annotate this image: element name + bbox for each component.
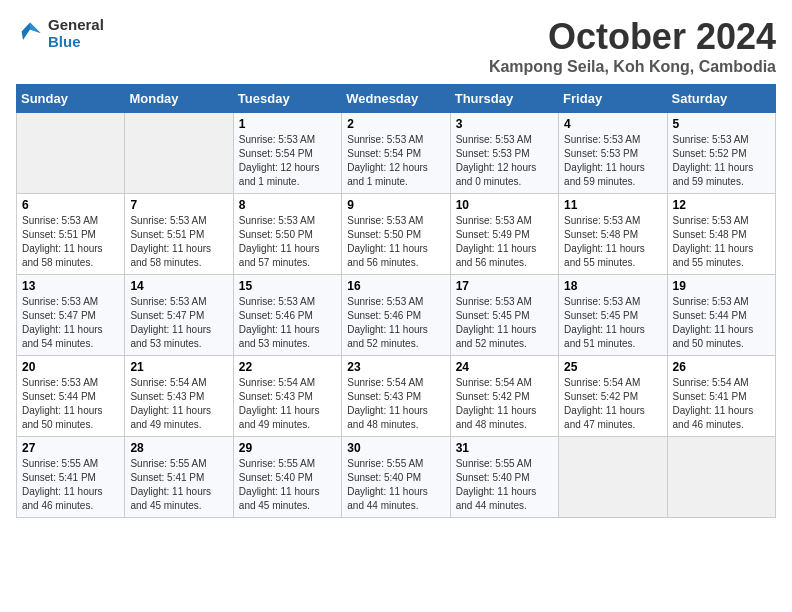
day-number: 28 bbox=[130, 441, 227, 455]
calendar-table: SundayMondayTuesdayWednesdayThursdayFrid… bbox=[16, 84, 776, 518]
day-detail: Sunrise: 5:54 AM Sunset: 5:43 PM Dayligh… bbox=[130, 376, 227, 432]
day-detail: Sunrise: 5:54 AM Sunset: 5:43 PM Dayligh… bbox=[347, 376, 444, 432]
day-number: 7 bbox=[130, 198, 227, 212]
calendar-cell: 14Sunrise: 5:53 AM Sunset: 5:47 PM Dayli… bbox=[125, 275, 233, 356]
day-detail: Sunrise: 5:53 AM Sunset: 5:47 PM Dayligh… bbox=[130, 295, 227, 351]
calendar-cell: 1Sunrise: 5:53 AM Sunset: 5:54 PM Daylig… bbox=[233, 113, 341, 194]
logo-icon bbox=[16, 19, 44, 47]
day-detail: Sunrise: 5:53 AM Sunset: 5:49 PM Dayligh… bbox=[456, 214, 553, 270]
day-detail: Sunrise: 5:53 AM Sunset: 5:46 PM Dayligh… bbox=[347, 295, 444, 351]
calendar-cell: 24Sunrise: 5:54 AM Sunset: 5:42 PM Dayli… bbox=[450, 356, 558, 437]
day-number: 17 bbox=[456, 279, 553, 293]
day-number: 11 bbox=[564, 198, 661, 212]
day-number: 30 bbox=[347, 441, 444, 455]
calendar-cell: 31Sunrise: 5:55 AM Sunset: 5:40 PM Dayli… bbox=[450, 437, 558, 518]
week-row-3: 13Sunrise: 5:53 AM Sunset: 5:47 PM Dayli… bbox=[17, 275, 776, 356]
day-number: 20 bbox=[22, 360, 119, 374]
day-number: 22 bbox=[239, 360, 336, 374]
calendar-cell: 11Sunrise: 5:53 AM Sunset: 5:48 PM Dayli… bbox=[559, 194, 667, 275]
day-detail: Sunrise: 5:53 AM Sunset: 5:45 PM Dayligh… bbox=[564, 295, 661, 351]
calendar-cell: 6Sunrise: 5:53 AM Sunset: 5:51 PM Daylig… bbox=[17, 194, 125, 275]
calendar-cell: 9Sunrise: 5:53 AM Sunset: 5:50 PM Daylig… bbox=[342, 194, 450, 275]
day-number: 18 bbox=[564, 279, 661, 293]
calendar-cell: 26Sunrise: 5:54 AM Sunset: 5:41 PM Dayli… bbox=[667, 356, 775, 437]
day-detail: Sunrise: 5:53 AM Sunset: 5:51 PM Dayligh… bbox=[130, 214, 227, 270]
day-number: 12 bbox=[673, 198, 770, 212]
calendar-cell: 27Sunrise: 5:55 AM Sunset: 5:41 PM Dayli… bbox=[17, 437, 125, 518]
week-row-2: 6Sunrise: 5:53 AM Sunset: 5:51 PM Daylig… bbox=[17, 194, 776, 275]
day-number: 14 bbox=[130, 279, 227, 293]
day-detail: Sunrise: 5:53 AM Sunset: 5:47 PM Dayligh… bbox=[22, 295, 119, 351]
calendar-cell: 22Sunrise: 5:54 AM Sunset: 5:43 PM Dayli… bbox=[233, 356, 341, 437]
week-row-1: 1Sunrise: 5:53 AM Sunset: 5:54 PM Daylig… bbox=[17, 113, 776, 194]
day-number: 23 bbox=[347, 360, 444, 374]
day-number: 29 bbox=[239, 441, 336, 455]
calendar-cell bbox=[667, 437, 775, 518]
day-detail: Sunrise: 5:53 AM Sunset: 5:54 PM Dayligh… bbox=[239, 133, 336, 189]
day-detail: Sunrise: 5:53 AM Sunset: 5:44 PM Dayligh… bbox=[22, 376, 119, 432]
day-detail: Sunrise: 5:54 AM Sunset: 5:42 PM Dayligh… bbox=[564, 376, 661, 432]
calendar-cell: 10Sunrise: 5:53 AM Sunset: 5:49 PM Dayli… bbox=[450, 194, 558, 275]
day-detail: Sunrise: 5:53 AM Sunset: 5:50 PM Dayligh… bbox=[347, 214, 444, 270]
calendar-cell: 17Sunrise: 5:53 AM Sunset: 5:45 PM Dayli… bbox=[450, 275, 558, 356]
calendar-cell: 7Sunrise: 5:53 AM Sunset: 5:51 PM Daylig… bbox=[125, 194, 233, 275]
day-detail: Sunrise: 5:55 AM Sunset: 5:41 PM Dayligh… bbox=[130, 457, 227, 513]
calendar-cell bbox=[17, 113, 125, 194]
day-detail: Sunrise: 5:54 AM Sunset: 5:41 PM Dayligh… bbox=[673, 376, 770, 432]
page-header: General Blue October 2024 Kampong Seila,… bbox=[16, 16, 776, 76]
day-detail: Sunrise: 5:53 AM Sunset: 5:51 PM Dayligh… bbox=[22, 214, 119, 270]
day-number: 4 bbox=[564, 117, 661, 131]
day-detail: Sunrise: 5:55 AM Sunset: 5:40 PM Dayligh… bbox=[347, 457, 444, 513]
day-number: 21 bbox=[130, 360, 227, 374]
day-detail: Sunrise: 5:53 AM Sunset: 5:48 PM Dayligh… bbox=[564, 214, 661, 270]
header-tuesday: Tuesday bbox=[233, 85, 341, 113]
day-detail: Sunrise: 5:55 AM Sunset: 5:41 PM Dayligh… bbox=[22, 457, 119, 513]
day-detail: Sunrise: 5:53 AM Sunset: 5:45 PM Dayligh… bbox=[456, 295, 553, 351]
day-number: 31 bbox=[456, 441, 553, 455]
calendar-cell: 8Sunrise: 5:53 AM Sunset: 5:50 PM Daylig… bbox=[233, 194, 341, 275]
header-sunday: Sunday bbox=[17, 85, 125, 113]
day-number: 15 bbox=[239, 279, 336, 293]
calendar-cell: 4Sunrise: 5:53 AM Sunset: 5:53 PM Daylig… bbox=[559, 113, 667, 194]
header-wednesday: Wednesday bbox=[342, 85, 450, 113]
day-detail: Sunrise: 5:53 AM Sunset: 5:48 PM Dayligh… bbox=[673, 214, 770, 270]
calendar-cell: 18Sunrise: 5:53 AM Sunset: 5:45 PM Dayli… bbox=[559, 275, 667, 356]
calendar-cell: 19Sunrise: 5:53 AM Sunset: 5:44 PM Dayli… bbox=[667, 275, 775, 356]
calendar-header-row: SundayMondayTuesdayWednesdayThursdayFrid… bbox=[17, 85, 776, 113]
header-monday: Monday bbox=[125, 85, 233, 113]
title-area: October 2024 Kampong Seila, Koh Kong, Ca… bbox=[489, 16, 776, 76]
day-number: 1 bbox=[239, 117, 336, 131]
svg-marker-1 bbox=[30, 23, 41, 34]
calendar-cell: 3Sunrise: 5:53 AM Sunset: 5:53 PM Daylig… bbox=[450, 113, 558, 194]
day-detail: Sunrise: 5:53 AM Sunset: 5:46 PM Dayligh… bbox=[239, 295, 336, 351]
calendar-cell: 25Sunrise: 5:54 AM Sunset: 5:42 PM Dayli… bbox=[559, 356, 667, 437]
logo: General Blue bbox=[16, 16, 104, 50]
calendar-cell bbox=[125, 113, 233, 194]
day-number: 10 bbox=[456, 198, 553, 212]
day-detail: Sunrise: 5:54 AM Sunset: 5:43 PM Dayligh… bbox=[239, 376, 336, 432]
calendar-cell: 12Sunrise: 5:53 AM Sunset: 5:48 PM Dayli… bbox=[667, 194, 775, 275]
day-number: 6 bbox=[22, 198, 119, 212]
day-detail: Sunrise: 5:53 AM Sunset: 5:50 PM Dayligh… bbox=[239, 214, 336, 270]
day-number: 5 bbox=[673, 117, 770, 131]
week-row-5: 27Sunrise: 5:55 AM Sunset: 5:41 PM Dayli… bbox=[17, 437, 776, 518]
calendar-cell: 21Sunrise: 5:54 AM Sunset: 5:43 PM Dayli… bbox=[125, 356, 233, 437]
day-number: 16 bbox=[347, 279, 444, 293]
day-number: 2 bbox=[347, 117, 444, 131]
day-detail: Sunrise: 5:55 AM Sunset: 5:40 PM Dayligh… bbox=[456, 457, 553, 513]
day-number: 25 bbox=[564, 360, 661, 374]
calendar-cell: 28Sunrise: 5:55 AM Sunset: 5:41 PM Dayli… bbox=[125, 437, 233, 518]
day-detail: Sunrise: 5:53 AM Sunset: 5:53 PM Dayligh… bbox=[564, 133, 661, 189]
calendar-cell: 20Sunrise: 5:53 AM Sunset: 5:44 PM Dayli… bbox=[17, 356, 125, 437]
calendar-cell bbox=[559, 437, 667, 518]
calendar-cell: 30Sunrise: 5:55 AM Sunset: 5:40 PM Dayli… bbox=[342, 437, 450, 518]
calendar-cell: 23Sunrise: 5:54 AM Sunset: 5:43 PM Dayli… bbox=[342, 356, 450, 437]
calendar-cell: 2Sunrise: 5:53 AM Sunset: 5:54 PM Daylig… bbox=[342, 113, 450, 194]
day-detail: Sunrise: 5:55 AM Sunset: 5:40 PM Dayligh… bbox=[239, 457, 336, 513]
day-number: 24 bbox=[456, 360, 553, 374]
day-number: 3 bbox=[456, 117, 553, 131]
calendar-cell: 15Sunrise: 5:53 AM Sunset: 5:46 PM Dayli… bbox=[233, 275, 341, 356]
calendar-cell: 29Sunrise: 5:55 AM Sunset: 5:40 PM Dayli… bbox=[233, 437, 341, 518]
day-number: 27 bbox=[22, 441, 119, 455]
week-row-4: 20Sunrise: 5:53 AM Sunset: 5:44 PM Dayli… bbox=[17, 356, 776, 437]
